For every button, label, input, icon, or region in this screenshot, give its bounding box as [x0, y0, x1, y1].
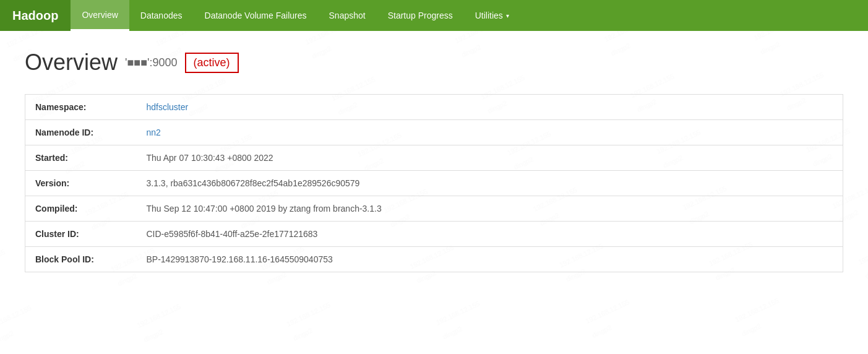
- nav-item-startup-progress[interactable]: Startup Progress: [377, 0, 464, 31]
- value-block-pool-id: BP-1429913870-192.168.11.16-164550904075…: [137, 247, 843, 272]
- nav-item-datanodes[interactable]: Datanodes: [129, 0, 194, 31]
- table-row: Started: Thu Apr 07 10:30:43 +0800 2022: [25, 145, 843, 171]
- info-table: Namespace: hdfscluster Namenode ID: nn2 …: [25, 94, 843, 272]
- label-version: Version:: [25, 171, 137, 196]
- label-cluster-id: Cluster ID:: [25, 222, 137, 247]
- page-title: Overview: [25, 50, 118, 76]
- table-row: Namespace: hdfscluster: [25, 95, 843, 120]
- nav-item-utilities[interactable]: Utilities ▾: [464, 0, 520, 31]
- table-row: Block Pool ID: BP-1429913870-192.168.11.…: [25, 247, 843, 272]
- namespace-link[interactable]: hdfscluster: [147, 102, 189, 112]
- value-namespace: hdfscluster: [137, 95, 843, 120]
- table-row: Version: 3.1.3, rba631c436b806728f8ec2f5…: [25, 171, 843, 196]
- label-namespace: Namespace:: [25, 95, 137, 120]
- label-block-pool-id: Block Pool ID:: [25, 247, 137, 272]
- navbar-brand[interactable]: Hadoop: [0, 0, 71, 31]
- overview-heading: Overview '■■■':9000 (active): [25, 50, 843, 76]
- table-row: Cluster ID: CID-e5985f6f-8b41-40ff-a25e-…: [25, 222, 843, 247]
- nav-item-snapshot[interactable]: Snapshot: [318, 0, 377, 31]
- value-cluster-id: CID-e5985f6f-8b41-40ff-a25e-2fe177121683: [137, 222, 843, 247]
- utilities-dropdown-arrow: ▾: [506, 12, 509, 19]
- overview-host: '■■■':9000: [125, 56, 178, 69]
- page-content: Overview '■■■':9000 (active) Namespace: …: [0, 31, 868, 285]
- table-row: Namenode ID: nn2: [25, 120, 843, 145]
- label-namenode-id: Namenode ID:: [25, 120, 137, 145]
- navbar: Hadoop Overview Datanodes Datanode Volum…: [0, 0, 868, 31]
- nav-item-datanode-volume-failures[interactable]: Datanode Volume Failures: [194, 0, 318, 31]
- label-compiled: Compiled:: [25, 196, 137, 222]
- content-area: 192.168.12.155 dingp2 Overview '■■■':900…: [0, 31, 868, 353]
- namenode-id-link[interactable]: nn2: [147, 127, 161, 137]
- value-namenode-id: nn2: [137, 120, 843, 145]
- active-badge: (active): [185, 53, 239, 73]
- table-row: Compiled: Thu Sep 12 10:47:00 +0800 2019…: [25, 196, 843, 222]
- value-compiled: Thu Sep 12 10:47:00 +0800 2019 by ztang …: [137, 196, 843, 222]
- nav-item-overview[interactable]: Overview: [71, 0, 129, 31]
- label-started: Started:: [25, 145, 137, 171]
- value-started: Thu Apr 07 10:30:43 +0800 2022: [137, 145, 843, 171]
- value-version: 3.1.3, rba631c436b806728f8ec2f54ab1e2895…: [137, 171, 843, 196]
